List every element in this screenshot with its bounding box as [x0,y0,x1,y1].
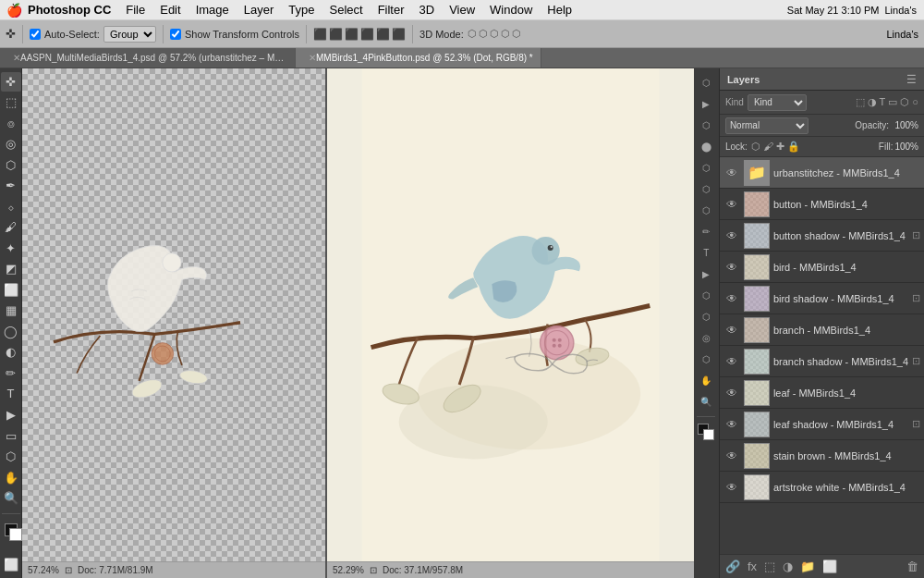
canvas-right-zoom-icon[interactable]: ⊡ [370,565,377,575]
align-bottom-icon[interactable]: ⬛ [392,28,406,41]
new-fill-icon[interactable]: ◑ [783,560,793,573]
menu-help[interactable]: Help [540,3,579,17]
tool-3d[interactable]: ⬡ [1,447,21,466]
tool-marquee[interactable]: ⬚ [1,93,21,113]
3d-icon-3[interactable]: ⬡ [490,28,499,40]
canvas-pane-right[interactable]: 52.29% ⊡ Doc: 37.1M/957.8M [327,68,694,578]
tab-1[interactable]: ✕ AASPN_MultiMediaBirds1_4.psd @ 57.2% (… [0,48,296,68]
layer-visibility-icon[interactable]: 👁 [723,387,740,400]
right-tool-5[interactable]: ⬡ [696,178,716,199]
tab-2[interactable]: ✕ MMBirds1_4PinkButton.psd @ 52.3% (Dot,… [296,48,541,68]
layer-row[interactable]: 👁leaf - MMBirds1_4 [720,377,924,409]
menu-image[interactable]: Image [188,3,237,17]
tool-foreground[interactable] [1,520,21,539]
layer-visibility-icon[interactable]: 👁 [723,324,740,337]
menu-view[interactable]: View [442,3,482,17]
lock-all-icon[interactable]: 🔒 [787,141,800,153]
tool-healpatch[interactable]: ⬦ [1,197,21,216]
tool-shape[interactable]: ▭ [1,426,21,446]
layer-row[interactable]: 👁bird shadow - MMBirds1_4⊡ [720,283,924,314]
right-tool-4[interactable]: ⬡ [696,157,716,178]
apple-logo[interactable]: 🍎 [0,3,28,18]
tab-1-close[interactable]: ✕ [13,53,20,63]
right-tool-8[interactable]: ▶ [696,264,716,284]
align-middle-icon[interactable]: ⬛ [376,28,390,41]
lock-transparent-icon[interactable]: ⬡ [751,141,760,153]
menu-edit[interactable]: Edit [152,3,188,17]
layer-row[interactable]: 👁📁urbanstitchez - MMBirds1_4 [720,157,924,189]
right-tool-3[interactable]: ⬤ [696,136,716,156]
add-mask-icon[interactable]: ⬚ [764,560,775,573]
menu-file[interactable]: File [118,3,152,17]
tool-gradient[interactable]: ▦ [1,301,21,321]
show-transform-checkbox[interactable] [170,29,181,40]
layer-visibility-icon[interactable]: 👁 [723,198,740,211]
tool-history[interactable]: ◩ [1,260,21,279]
tool-eraser[interactable]: ⬜ [1,280,21,300]
right-tool-1[interactable]: ⬡ [696,72,716,92]
new-group-icon[interactable]: 📁 [800,560,815,573]
menu-layer[interactable]: Layer [237,3,282,17]
tool-lasso[interactable]: ⌾ [1,114,21,133]
canvas-left-zoom-icon[interactable]: ⊡ [65,565,72,575]
delete-layer-icon[interactable]: 🗑 [906,560,918,573]
tool-hand[interactable]: ✋ [1,468,21,487]
lock-pixels-icon[interactable]: 🖌 [763,141,773,153]
3d-icon-5[interactable]: ⬡ [512,28,521,40]
menu-window[interactable]: Window [482,3,540,17]
new-layer-icon[interactable]: ⬜ [822,560,837,573]
layer-visibility-icon[interactable]: 👁 [723,355,740,368]
right-tool-fg[interactable] [696,422,716,446]
tool-eyedropper[interactable]: ✒ [1,177,21,196]
right-tool-eye[interactable]: ◎ [696,327,716,348]
canvas-pane-left[interactable]: 57.24% ⊡ Doc: 7.71M/81.9M [22,68,327,578]
3d-icon-2[interactable]: ⬡ [479,28,488,40]
3d-icon-4[interactable]: ⬡ [501,28,510,40]
menu-type[interactable]: Type [281,3,322,17]
layer-visibility-icon[interactable]: 👁 [723,261,740,274]
tab-2-close[interactable]: ✕ [309,53,316,63]
layer-visibility-icon[interactable]: 👁 [723,166,740,179]
tool-mode[interactable]: ⬜ [1,555,21,574]
filter-smart-icon[interactable]: ⬡ [900,96,909,108]
layer-row[interactable]: 👁button shadow - MMBirds1_4⊡ [720,220,924,252]
right-tool-7[interactable]: T [696,242,716,263]
tool-path[interactable]: ▶ [1,405,21,424]
tool-clone[interactable]: ✦ [1,239,21,258]
layer-row[interactable]: 👁leaf shadow - MMBirds1_4⊡ [720,409,924,440]
align-center-icon[interactable]: ⬛ [329,28,343,41]
right-tool-9[interactable]: ⬡ [696,285,716,305]
filter-on-toggle[interactable]: ○ [912,96,918,108]
tool-dodge[interactable]: ◐ [1,343,21,363]
app-name[interactable]: Photoshop CC [28,3,111,17]
canvas-content-left[interactable] [22,68,325,561]
align-top-icon[interactable]: ⬛ [360,28,374,41]
right-tool-10[interactable]: ⬡ [696,306,716,326]
layer-visibility-icon[interactable]: 👁 [723,481,740,494]
tool-move[interactable]: ✜ [1,72,21,92]
lock-position-icon[interactable]: ✚ [776,141,784,153]
filter-pixel-icon[interactable]: ⬚ [856,96,865,108]
tool-text[interactable]: T [1,385,21,404]
right-tool-hand[interactable]: ✋ [696,370,716,390]
layer-row[interactable]: 👁branch shadow - MMBirds1_4⊡ [720,346,924,377]
right-tool-brush[interactable]: ✏ [696,221,716,241]
fill-value[interactable]: 100% [894,141,918,152]
filter-text-icon[interactable]: T [880,96,886,108]
filter-kind-select[interactable]: Kind Name Effect Mode Attribute Color [748,94,807,111]
right-tool-2[interactable]: ⬡ [696,115,716,135]
layer-row[interactable]: 👁button - MMBirds1_4 [720,189,924,220]
filter-adjust-icon[interactable]: ◑ [868,96,877,108]
align-right-icon[interactable]: ⬛ [345,28,359,41]
align-left-icon[interactable]: ⬛ [313,28,327,41]
tool-quickselect[interactable]: ◎ [1,135,21,154]
tool-pen[interactable]: ✏ [1,363,21,383]
auto-select-checkbox[interactable] [30,29,41,40]
layer-visibility-icon[interactable]: 👁 [723,449,740,462]
right-tool-play[interactable]: ▶ [696,93,716,114]
move-tool-icon[interactable]: ✜ [6,27,16,41]
canvas-content-right[interactable] [327,68,694,561]
tool-blur[interactable]: ◯ [1,322,21,341]
right-tool-11[interactable]: ⬡ [696,349,716,369]
layer-row[interactable]: 👁stain brown - MMBirds1_4 [720,440,924,472]
